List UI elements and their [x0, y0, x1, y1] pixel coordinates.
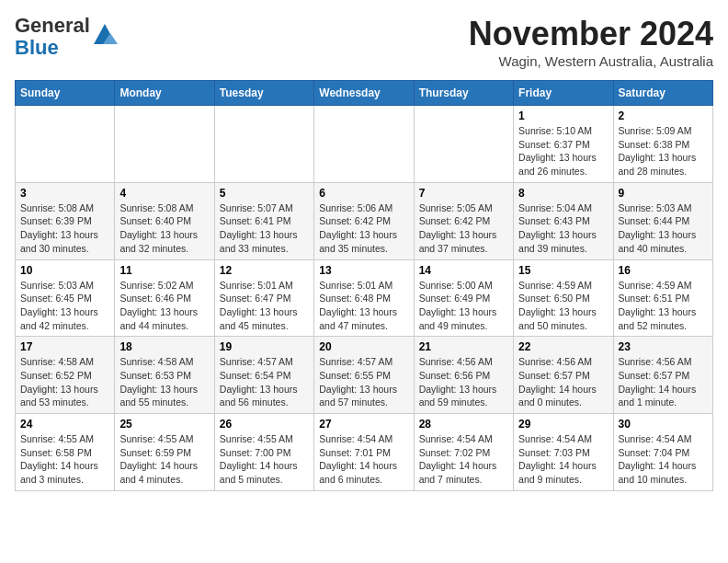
day-info: Sunrise: 4:54 AM Sunset: 7:03 PM Dayligh… — [518, 432, 608, 487]
day-number: 12 — [220, 264, 309, 277]
day-number: 22 — [518, 340, 608, 353]
calendar-cell: 18Sunrise: 4:58 AM Sunset: 6:53 PM Dayli… — [115, 337, 214, 414]
calendar-cell: 3Sunrise: 5:08 AM Sunset: 6:39 PM Daylig… — [16, 182, 115, 259]
day-number: 8 — [518, 187, 608, 200]
calendar-body: 1Sunrise: 5:10 AM Sunset: 6:37 PM Daylig… — [16, 106, 713, 491]
calendar-cell: 12Sunrise: 5:01 AM Sunset: 6:47 PM Dayli… — [214, 259, 313, 337]
logo-blue: Blue — [15, 37, 90, 59]
calendar-cell — [214, 106, 313, 183]
day-info: Sunrise: 4:56 AM Sunset: 6:57 PM Dayligh… — [619, 355, 708, 409]
day-number: 14 — [419, 264, 508, 277]
day-number: 17 — [20, 340, 109, 353]
day-number: 26 — [220, 418, 309, 431]
day-number: 29 — [518, 418, 608, 431]
col-sunday: Sunday — [16, 81, 115, 106]
calendar-cell: 8Sunrise: 5:04 AM Sunset: 6:43 PM Daylig… — [514, 182, 613, 259]
day-info: Sunrise: 5:01 AM Sunset: 6:47 PM Dayligh… — [220, 279, 309, 333]
calendar-week-0: 1Sunrise: 5:10 AM Sunset: 6:37 PM Daylig… — [16, 106, 713, 183]
day-number: 1 — [518, 109, 608, 122]
calendar-cell: 23Sunrise: 4:56 AM Sunset: 6:57 PM Dayli… — [613, 337, 712, 414]
calendar-cell — [314, 106, 414, 183]
calendar-cell: 16Sunrise: 4:59 AM Sunset: 6:51 PM Dayli… — [613, 259, 712, 337]
col-thursday: Thursday — [414, 81, 513, 106]
day-info: Sunrise: 5:06 AM Sunset: 6:42 PM Dayligh… — [319, 201, 408, 256]
day-info: Sunrise: 5:04 AM Sunset: 6:43 PM Dayligh… — [518, 201, 608, 256]
day-info: Sunrise: 5:02 AM Sunset: 6:46 PM Dayligh… — [119, 279, 209, 333]
calendar-cell: 14Sunrise: 5:00 AM Sunset: 6:49 PM Dayli… — [414, 259, 513, 337]
calendar-week-2: 10Sunrise: 5:03 AM Sunset: 6:45 PM Dayli… — [16, 259, 713, 337]
calendar-week-3: 17Sunrise: 4:58 AM Sunset: 6:52 PM Dayli… — [16, 337, 713, 414]
day-info: Sunrise: 5:09 AM Sunset: 6:38 PM Dayligh… — [619, 124, 708, 178]
col-saturday: Saturday — [613, 81, 712, 106]
day-number: 16 — [619, 264, 708, 277]
day-info: Sunrise: 4:55 AM Sunset: 6:59 PM Dayligh… — [119, 432, 209, 487]
day-number: 18 — [119, 340, 209, 353]
day-number: 3 — [20, 187, 109, 200]
day-info: Sunrise: 5:01 AM Sunset: 6:48 PM Dayligh… — [319, 279, 408, 333]
day-number: 4 — [119, 187, 209, 200]
calendar-cell: 21Sunrise: 4:56 AM Sunset: 6:56 PM Dayli… — [414, 337, 513, 414]
calendar-cell: 17Sunrise: 4:58 AM Sunset: 6:52 PM Dayli… — [16, 337, 115, 414]
day-number: 7 — [419, 187, 508, 200]
col-tuesday: Tuesday — [214, 81, 313, 106]
month-title: November 2024 — [469, 15, 713, 53]
calendar-cell: 7Sunrise: 5:05 AM Sunset: 6:42 PM Daylig… — [414, 182, 513, 259]
calendar-cell: 5Sunrise: 5:07 AM Sunset: 6:41 PM Daylig… — [214, 182, 313, 259]
calendar-cell — [115, 106, 214, 183]
day-info: Sunrise: 5:03 AM Sunset: 6:45 PM Dayligh… — [20, 279, 109, 333]
calendar-cell: 20Sunrise: 4:57 AM Sunset: 6:55 PM Dayli… — [314, 337, 414, 414]
day-info: Sunrise: 4:58 AM Sunset: 6:53 PM Dayligh… — [119, 355, 209, 409]
header: General Blue November 2024 Wagin, Wester… — [15, 15, 713, 69]
calendar-table: Sunday Monday Tuesday Wednesday Thursday… — [15, 80, 713, 491]
calendar-cell: 19Sunrise: 4:57 AM Sunset: 6:54 PM Dayli… — [214, 337, 313, 414]
calendar-header: Sunday Monday Tuesday Wednesday Thursday… — [16, 81, 713, 106]
calendar-week-4: 24Sunrise: 4:55 AM Sunset: 6:58 PM Dayli… — [16, 414, 713, 491]
day-number: 20 — [319, 340, 408, 353]
day-number: 27 — [319, 418, 408, 431]
header-row: Sunday Monday Tuesday Wednesday Thursday… — [16, 81, 713, 106]
day-info: Sunrise: 5:08 AM Sunset: 6:40 PM Dayligh… — [119, 201, 209, 256]
day-number: 19 — [220, 340, 309, 353]
day-info: Sunrise: 5:08 AM Sunset: 6:39 PM Dayligh… — [20, 201, 109, 256]
day-info: Sunrise: 4:54 AM Sunset: 7:04 PM Dayligh… — [619, 432, 708, 487]
calendar-cell: 1Sunrise: 5:10 AM Sunset: 6:37 PM Daylig… — [514, 106, 613, 183]
day-number: 28 — [419, 418, 508, 431]
day-info: Sunrise: 5:03 AM Sunset: 6:44 PM Dayligh… — [619, 201, 708, 256]
calendar-cell: 4Sunrise: 5:08 AM Sunset: 6:40 PM Daylig… — [115, 182, 214, 259]
day-info: Sunrise: 5:00 AM Sunset: 6:49 PM Dayligh… — [419, 279, 508, 333]
logo-shape: General Blue — [15, 15, 118, 59]
calendar-week-1: 3Sunrise: 5:08 AM Sunset: 6:39 PM Daylig… — [16, 182, 713, 259]
logo-icon — [92, 22, 118, 48]
day-number: 30 — [619, 418, 708, 431]
calendar-cell: 30Sunrise: 4:54 AM Sunset: 7:04 PM Dayli… — [613, 414, 712, 491]
calendar-cell: 27Sunrise: 4:54 AM Sunset: 7:01 PM Dayli… — [314, 414, 414, 491]
day-number: 25 — [119, 418, 209, 431]
day-number: 13 — [319, 264, 408, 277]
calendar-cell: 6Sunrise: 5:06 AM Sunset: 6:42 PM Daylig… — [314, 182, 414, 259]
day-info: Sunrise: 4:59 AM Sunset: 6:50 PM Dayligh… — [518, 279, 608, 333]
day-number: 24 — [20, 418, 109, 431]
col-wednesday: Wednesday — [314, 81, 414, 106]
day-number: 2 — [619, 109, 708, 122]
day-info: Sunrise: 4:55 AM Sunset: 7:00 PM Dayligh… — [220, 432, 309, 487]
calendar-cell: 29Sunrise: 4:54 AM Sunset: 7:03 PM Dayli… — [514, 414, 613, 491]
day-number: 11 — [119, 264, 209, 277]
calendar-cell: 24Sunrise: 4:55 AM Sunset: 6:58 PM Dayli… — [16, 414, 115, 491]
col-friday: Friday — [514, 81, 613, 106]
calendar-cell: 13Sunrise: 5:01 AM Sunset: 6:48 PM Dayli… — [314, 259, 414, 337]
day-info: Sunrise: 5:07 AM Sunset: 6:41 PM Dayligh… — [220, 201, 309, 256]
logo: General Blue — [15, 15, 118, 59]
day-number: 6 — [319, 187, 408, 200]
calendar-cell: 22Sunrise: 4:56 AM Sunset: 6:57 PM Dayli… — [514, 337, 613, 414]
day-number: 9 — [619, 187, 708, 200]
day-info: Sunrise: 5:10 AM Sunset: 6:37 PM Dayligh… — [518, 124, 608, 178]
day-info: Sunrise: 4:58 AM Sunset: 6:52 PM Dayligh… — [20, 355, 109, 409]
day-info: Sunrise: 5:05 AM Sunset: 6:42 PM Dayligh… — [419, 201, 508, 256]
day-info: Sunrise: 4:54 AM Sunset: 7:02 PM Dayligh… — [419, 432, 508, 487]
calendar-cell: 10Sunrise: 5:03 AM Sunset: 6:45 PM Dayli… — [16, 259, 115, 337]
day-info: Sunrise: 4:54 AM Sunset: 7:01 PM Dayligh… — [319, 432, 408, 487]
calendar-cell: 11Sunrise: 5:02 AM Sunset: 6:46 PM Dayli… — [115, 259, 214, 337]
calendar-cell: 26Sunrise: 4:55 AM Sunset: 7:00 PM Dayli… — [214, 414, 313, 491]
logo-general: General — [15, 15, 90, 37]
calendar-cell: 2Sunrise: 5:09 AM Sunset: 6:38 PM Daylig… — [613, 106, 712, 183]
